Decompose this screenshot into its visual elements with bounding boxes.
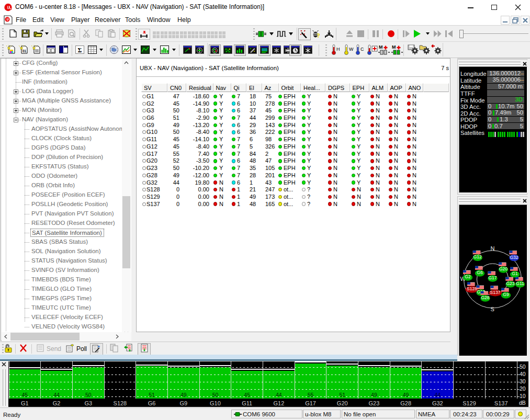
svg-text:G23: G23: [506, 281, 514, 286]
svg-text:G6: G6: [477, 270, 483, 275]
svg-text:G12: G12: [473, 254, 482, 259]
svg-text:S137: S137: [490, 290, 501, 295]
svg-text:G17: G17: [488, 275, 497, 280]
svg-text:N: N: [491, 245, 495, 252]
svg-text:G11: G11: [516, 281, 524, 286]
svg-text:S128: S128: [467, 286, 477, 291]
svg-text:G2: G2: [465, 274, 471, 279]
svg-text:G9: G9: [503, 292, 509, 297]
svg-text:S: S: [491, 306, 494, 312]
svg-text:G1: G1: [512, 271, 518, 276]
svg-text:G28: G28: [481, 295, 489, 300]
svg-text:G32: G32: [510, 255, 518, 260]
svg-text:G20: G20: [499, 266, 508, 271]
